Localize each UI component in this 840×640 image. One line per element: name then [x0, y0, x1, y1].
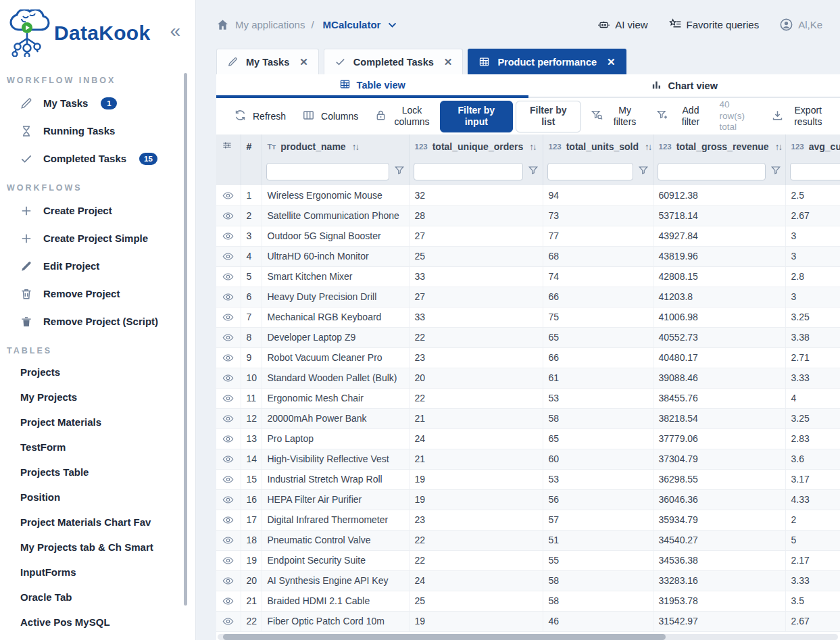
funnel-icon[interactable]	[770, 165, 781, 178]
breadcrumb-root[interactable]: My applications	[235, 19, 305, 30]
horizontal-scrollbar-thumb[interactable]	[223, 634, 666, 640]
cell-index: 8	[241, 327, 262, 347]
sort-arrows-icon[interactable]: ↑↓	[775, 142, 782, 152]
tab-completed-tasks[interactable]: Completed Tasks✕	[324, 49, 464, 74]
home-icon[interactable]	[216, 18, 229, 31]
column-header-product-name[interactable]: Tᴛproduct_name↑↓	[262, 134, 409, 158]
tab-close-icon[interactable]: ✕	[444, 56, 453, 68]
cell-total-unique-orders: 33	[409, 266, 543, 287]
chevron-down-icon[interactable]	[387, 19, 398, 30]
sidebar-item-oracle-tab[interactable]: Oracle Tab	[0, 585, 195, 610]
sidebar-item-running-tasks[interactable]: Running Tasks	[0, 117, 195, 145]
sidebar-item-projects-table[interactable]: Projects Table	[0, 460, 195, 485]
filter-input-avg-cus[interactable]	[790, 163, 840, 180]
view-row-button[interactable]	[216, 428, 241, 449]
filter-input-total-units-sold[interactable]	[547, 163, 633, 180]
view-row-button[interactable]	[216, 266, 241, 287]
view-row-button[interactable]	[216, 530, 241, 550]
column-header-total-unique-orders[interactable]: 123total_unique_orders↑↓	[409, 134, 543, 158]
add-filter-button[interactable]: Add filter	[648, 102, 714, 130]
sort-arrows-icon[interactable]: ↑↓	[529, 142, 536, 152]
cell-total-units-sold: 65	[543, 428, 653, 449]
view-row-button[interactable]	[216, 449, 241, 469]
sidebar-item-edit-project[interactable]: Edit Project	[0, 252, 195, 280]
sort-arrows-icon[interactable]: ↑↓	[645, 142, 651, 152]
view-row-button[interactable]	[216, 205, 241, 226]
sidebar-item-completed-tasks[interactable]: Completed Tasks15	[0, 145, 195, 172]
filter-by-input-button[interactable]: Filter by input	[440, 101, 513, 132]
lock-columns-button[interactable]: Lock columns	[366, 102, 439, 130]
cell-total-unique-orders: 20	[409, 368, 543, 388]
view-row-button[interactable]	[216, 408, 241, 428]
view-row-button[interactable]	[216, 347, 241, 368]
sidebar-item-remove-project-script[interactable]: Remove Project (Script)	[0, 307, 195, 335]
refresh-button[interactable]: Refresh	[226, 106, 294, 126]
export-results-button[interactable]: Export results	[763, 102, 835, 130]
sidebar-item-position[interactable]: Position	[0, 485, 195, 510]
sidebar-item-remove-project[interactable]: Remove Project	[0, 280, 195, 307]
cell-product-name: Industrial Stretch Wrap Roll	[262, 469, 409, 489]
columns-button[interactable]: Columns	[294, 106, 366, 126]
view-row-button[interactable]	[216, 246, 241, 266]
cell-avg-cus: 3.17	[785, 469, 840, 489]
view-row-button[interactable]	[216, 368, 241, 388]
tab-my-tasks[interactable]: My Tasks✕	[216, 49, 319, 74]
view-row-button[interactable]	[216, 510, 241, 530]
view-row-button[interactable]	[216, 591, 241, 611]
view-row-button[interactable]	[216, 611, 241, 631]
view-row-button[interactable]	[216, 185, 241, 205]
bar-chart-icon	[651, 79, 662, 93]
sidebar-collapse-icon[interactable]: «	[170, 22, 189, 45]
filter-by-list-button[interactable]: Filter by list	[516, 101, 581, 132]
sidebar-item-create-project-simple[interactable]: Create Project Simple	[0, 224, 195, 252]
view-tab-table-view[interactable]: Table view	[216, 74, 528, 98]
column-header-total-gross-revenue[interactable]: 123total_gross_revenue↑↓	[653, 134, 785, 158]
sidebar-scrollbar[interactable]	[184, 73, 187, 606]
sidebar-item-create-project[interactable]: Create Project	[0, 197, 195, 224]
view-row-button[interactable]	[216, 287, 241, 307]
favorite-queries-button[interactable]: Favorite queries	[662, 18, 766, 31]
sidebar-item-testform[interactable]: TestForm	[0, 435, 195, 460]
pencil-outline-icon	[227, 56, 239, 68]
sidebar-item-my-tasks[interactable]: My Tasks1	[0, 89, 195, 117]
view-row-button[interactable]	[216, 327, 241, 347]
view-tab-chart-view[interactable]: Chart view	[528, 74, 840, 98]
view-row-button[interactable]	[216, 469, 241, 489]
view-row-button[interactable]	[216, 307, 241, 327]
sidebar-item-my-projects[interactable]: My Projects	[0, 385, 195, 410]
avatar-icon	[779, 18, 793, 32]
filter-input-total-gross-revenue[interactable]	[658, 163, 766, 180]
sidebar-item-my-projects-tab-ch-smart[interactable]: My Projects tab & Ch Smart	[0, 535, 195, 560]
tab-product-performance[interactable]: Product performance✕	[468, 49, 626, 74]
view-row-button[interactable]	[216, 550, 241, 570]
cell-total-unique-orders: 27	[409, 287, 543, 307]
sidebar-item-active-pos-mysql[interactable]: Active Pos MySQL	[0, 610, 195, 635]
sidebar-item-projects[interactable]: Projects	[0, 360, 195, 385]
my-filters-button[interactable]: My filters	[583, 102, 649, 130]
sidebar-item-project-materials[interactable]: Project Materials	[0, 410, 195, 435]
funnel-icon[interactable]	[394, 165, 405, 178]
tab-close-icon[interactable]: ✕	[299, 56, 308, 68]
sidebar-item-label: Project Materials Chart Fav	[20, 516, 151, 528]
sidebar-item-inputforms[interactable]: InputForms	[0, 560, 195, 585]
column-header-avg-cus: 123avg_cus	[785, 134, 840, 158]
view-row-button[interactable]	[216, 570, 241, 591]
view-row-button[interactable]	[216, 489, 241, 510]
ai-view-button[interactable]: AI view	[591, 18, 654, 31]
tab-close-icon[interactable]: ✕	[607, 56, 616, 68]
horizontal-scrollbar-track[interactable]	[218, 634, 838, 640]
breadcrumb-current[interactable]: MCalculator	[323, 19, 381, 30]
view-row-button[interactable]	[216, 226, 241, 246]
cell-total-unique-orders: 19	[409, 469, 543, 489]
sidebar-item-cities[interactable]: Cities	[0, 635, 195, 640]
sort-arrows-icon[interactable]: ↑↓	[352, 142, 359, 152]
user-menu[interactable]: Al,Ke	[772, 18, 829, 32]
funnel-icon[interactable]	[528, 165, 539, 178]
sidebar-item-project-materials-chart-fav[interactable]: Project Materials Chart Fav	[0, 510, 195, 535]
column-header-total-units-sold[interactable]: 123total_units_sold↑↓	[543, 134, 653, 158]
view-row-button[interactable]	[216, 388, 241, 408]
funnel-icon[interactable]	[638, 165, 649, 178]
filter-input-total-unique-orders[interactable]	[414, 163, 523, 180]
trash-outline-icon	[19, 287, 33, 301]
filter-input-product-name[interactable]	[266, 163, 389, 180]
